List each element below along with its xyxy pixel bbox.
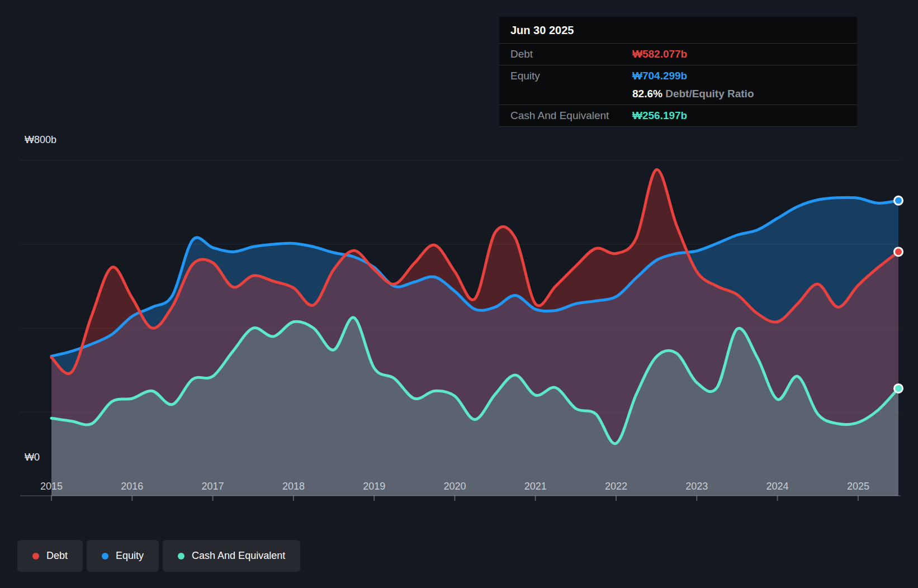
- x-axis-label-2021: 2021: [524, 481, 547, 492]
- tooltip-ratio-label: Debt/Equity Ratio: [665, 88, 754, 99]
- tooltip-debt-value: ₩582.077b: [632, 48, 687, 60]
- legend-item-equity[interactable]: Equity: [87, 540, 159, 572]
- x-axis-label-2024: 2024: [766, 481, 789, 492]
- legend-item-cash[interactable]: Cash And Equivalent: [163, 540, 300, 572]
- x-axis-label-2022: 2022: [605, 481, 627, 492]
- tooltip-date: Jun 30 2025: [499, 17, 857, 43]
- chart-page: 2015201620172018201920202021202220232024…: [0, 0, 918, 588]
- y-axis-label-zero: ₩0: [25, 452, 40, 463]
- legend-item-debt[interactable]: Debt: [17, 540, 83, 572]
- x-axis-label-2025: 2025: [847, 481, 869, 492]
- end-marker-equity[interactable]: [895, 196, 903, 205]
- tooltip-equity-value: ₩704.299b: [632, 70, 687, 82]
- x-axis-label-2016: 2016: [121, 481, 143, 492]
- debt-series-dot: [32, 553, 39, 559]
- tooltip-debt-label: Debt: [510, 48, 632, 60]
- tooltip-cash-value: ₩256.197b: [632, 110, 687, 122]
- legend: Debt Equity Cash And Equivalent: [17, 540, 300, 572]
- equity-series-dot: [102, 553, 108, 559]
- x-axis-label-2015: 2015: [40, 481, 63, 492]
- tooltip-cash-label: Cash And Equivalent: [510, 110, 632, 122]
- tooltip-row-cash: Cash And Equivalent ₩256.197b: [499, 105, 857, 127]
- x-axis-label-2023: 2023: [685, 481, 708, 492]
- x-axis-label-2019: 2019: [363, 481, 385, 492]
- end-marker-debt[interactable]: [895, 248, 903, 256]
- tooltip-ratio-value: 82.6%: [632, 88, 663, 99]
- tooltip-equity-label: Equity: [510, 70, 632, 82]
- tooltip: Jun 30 2025 Debt ₩582.077b Equity ₩704.2…: [499, 17, 857, 127]
- x-axis-label-2017: 2017: [202, 481, 224, 492]
- legend-label-debt: Debt: [46, 550, 68, 562]
- y-axis-label-max: ₩800b: [25, 134, 56, 146]
- x-axis-label-2018: 2018: [282, 481, 305, 492]
- legend-label-equity: Equity: [116, 550, 144, 562]
- tooltip-row-debt: Debt ₩582.077b: [499, 43, 857, 65]
- legend-label-cash: Cash And Equivalent: [192, 550, 285, 562]
- tooltip-row-ratio: 82.6% Debt/Equity Ratio: [499, 87, 857, 105]
- end-marker-cash-and-equivalent[interactable]: [895, 384, 903, 392]
- tooltip-row-equity: Equity ₩704.299b: [499, 65, 857, 87]
- cash-series-dot: [178, 553, 184, 559]
- x-axis-label-2020: 2020: [443, 481, 466, 492]
